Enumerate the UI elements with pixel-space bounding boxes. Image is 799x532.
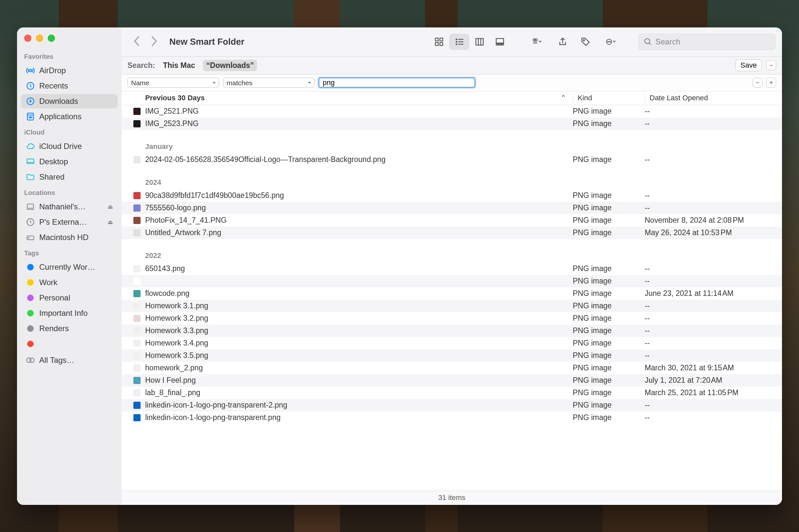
eject-icon[interactable]: ⏏ [108,203,113,210]
file-row[interactable]: 650143.pngPNG image-- [122,263,782,275]
favorites-label: Favorites [17,49,122,62]
list-view-button[interactable] [449,34,470,50]
file-row[interactable]: lab_8_final_.pngPNG imageMarch 25, 2021 … [122,387,782,399]
file-row[interactable]: 2024-02-05-165628.356549Official-Logo---… [122,153,782,166]
minimize-button[interactable] [36,35,43,42]
file-row[interactable]: Homework 3.5.pngPNG image-- [122,349,782,362]
file-thumbnail-icon [133,205,141,212]
group-label: 2024 [122,166,782,189]
share-button[interactable] [552,34,573,50]
file-row[interactable]: 7555560-logo.pngPNG image-- [122,202,782,214]
file-row[interactable]: PNG image-- [122,275,782,287]
file-row[interactable]: homework_2.pngPNG imageMarch 30, 2021 at… [122,362,782,374]
group-label: January [122,130,782,153]
file-thumbnail-icon [133,315,141,322]
sidebar-tag-3[interactable]: Important Info [21,306,118,320]
group-button[interactable] [525,34,550,50]
sidebar-location-nathaniel-s-[interactable]: Nathaniel's…⏏ [21,200,118,214]
sidebar-favorite-applications[interactable]: Applications [21,109,118,124]
svg-point-39 [645,39,650,43]
eject-icon[interactable]: ⏏ [108,218,113,226]
finder-window: Favorites AirDropRecentsDownloadsApplica… [17,27,782,505]
back-button[interactable] [133,36,141,48]
svg-rect-7 [28,204,34,208]
file-thumbnail-icon [133,265,141,272]
svg-rect-13 [435,38,438,41]
gallery-view-button[interactable] [490,34,510,50]
file-date: March 30, 2021 at 9:15 AM [645,363,782,372]
criteria-operator-select[interactable]: matches [223,78,314,88]
close-button[interactable] [24,35,31,42]
sidebar-location-p-s-externa-[interactable]: P's Externa…⏏ [21,215,118,229]
file-date: -- [645,301,782,310]
sidebar-tag-1[interactable]: Work [21,275,118,290]
sidebar-icloud-desktop[interactable]: Desktop [21,154,118,169]
criteria-value-input[interactable] [319,77,475,88]
svg-rect-5 [27,159,34,163]
file-kind: PNG image [573,388,645,397]
svg-rect-15 [435,43,438,46]
svg-point-19 [456,41,457,42]
tag-dot-icon [27,310,34,317]
file-row[interactable]: Untitled_Artwork 7.pngPNG imageMay 26, 2… [122,227,782,239]
sidebar-tag-5[interactable] [21,337,118,351]
save-search-button[interactable]: Save [736,59,762,71]
file-thumbnail-icon [133,229,141,236]
sidebar-favorite-airdrop[interactable]: AirDrop [21,63,118,78]
file-date: -- [645,264,782,273]
scope-this-mac[interactable]: This Mac [160,60,198,71]
forward-button[interactable] [150,36,158,48]
sidebar-icloud-shared[interactable]: Shared [21,170,118,184]
sidebar-favorite-recents[interactable]: Recents [21,79,118,93]
file-row[interactable]: IMG_2523.PNGPNG image-- [122,118,782,130]
icon-view-button[interactable] [429,34,449,50]
search-field[interactable]: Search [638,34,776,50]
more-button[interactable] [598,34,623,50]
file-row[interactable]: Homework 3.1.pngPNG image-- [122,300,782,312]
toolbar: New Smart Folder Search [122,27,782,57]
window-title: New Smart Folder [169,37,244,47]
sidebar-all-tags[interactable]: All Tags… [21,353,118,367]
sidebar-tag-2[interactable]: Personal [21,291,118,305]
file-row[interactable]: Homework 3.2.pngPNG image-- [122,312,782,325]
file-row[interactable]: linkedin-icon-1-logo-png-transparent-2.p… [122,399,782,412]
file-row[interactable]: IMG_2521.PNGPNG image-- [122,105,782,118]
column-name[interactable]: Previous 30 Days ⌃ [145,94,573,102]
file-row[interactable]: Homework 3.3.pngPNG image-- [122,325,782,337]
file-thumbnail-icon [133,364,141,372]
column-date[interactable]: Date Last Opened [645,94,782,102]
remove-criteria-button[interactable]: − [752,78,762,88]
file-kind: PNG image [573,264,645,273]
file-row[interactable]: 90ca38d9fbfd1f7c1df49b00ae19bc56.pngPNG … [122,189,782,202]
sidebar-favorite-downloads[interactable]: Downloads [21,94,118,109]
file-row[interactable]: PhotoFix_14_7_41.PNGPNG imageNovember 8,… [122,214,782,227]
sidebar-tag-4[interactable]: Renders [21,321,118,336]
download-icon [25,96,35,106]
file-row[interactable]: How I Feel.pngPNG imageJuly 1, 2021 at 7… [122,374,782,387]
remove-search-button[interactable]: − [766,60,776,70]
scope-downloads[interactable]: “Downloads” [203,60,257,71]
file-kind: PNG image [573,376,645,385]
file-row[interactable]: Homework 3.4.pngPNG image-- [122,337,782,349]
sidebar-tag-0[interactable]: Currently Wor… [21,260,118,274]
file-thumbnail-icon [133,389,141,397]
file-date: June 23, 2021 at 11:14 AM [645,289,782,298]
fullscreen-button[interactable] [48,35,55,42]
sidebar-location-macintosh-hd[interactable]: Macintosh HD [21,230,118,245]
criteria-attribute-select[interactable]: Name [127,78,219,88]
file-name: Homework 3.2.png [145,314,573,323]
svg-rect-23 [476,39,484,45]
file-row[interactable]: flowcode.pngPNG imageJune 23, 2021 at 11… [122,287,782,300]
file-list[interactable]: IMG_2521.PNGPNG image--IMG_2523.PNGPNG i… [122,105,782,491]
sidebar-icloud-icloud-drive[interactable]: iCloud Drive [21,139,118,153]
tag-dot-icon [27,279,34,286]
svg-point-37 [609,41,610,42]
add-criteria-button[interactable]: + [766,78,776,88]
tags-button[interactable] [575,34,596,50]
file-name: linkedin-icon-1-logo-png-transparent.png [145,413,573,422]
file-thumbnail-icon [133,192,141,199]
column-kind[interactable]: Kind [573,94,645,102]
file-row[interactable]: linkedin-icon-1-logo-png-transparent.png… [122,412,782,424]
column-view-button[interactable] [470,34,490,50]
file-kind: PNG image [573,107,645,116]
